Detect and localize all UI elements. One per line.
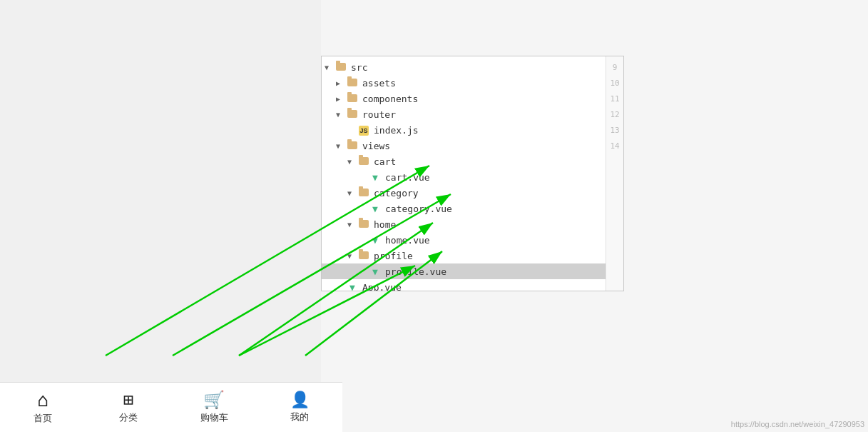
tree-label-assets: assets <box>362 78 396 89</box>
tree-item-cart.vue[interactable]: ▼cart.vue <box>322 169 623 185</box>
line-number-13: 13 <box>610 122 619 138</box>
line-number-10: 10 <box>610 75 619 91</box>
tree-label-profile: profile <box>374 251 413 261</box>
tree-item-home.vue[interactable]: ▼home.vue <box>322 232 623 248</box>
line-number-14: 14 <box>610 138 619 154</box>
tree-label-profile.vue: profile.vue <box>385 266 446 277</box>
file-tree-panel: ▼src▶assets▶components▼routerJSindex.js▼… <box>321 56 624 291</box>
nav-item-cart[interactable]: 🛒 购物车 <box>171 383 257 432</box>
left-panel <box>0 0 321 432</box>
tree-item-components[interactable]: ▶components <box>322 91 623 106</box>
nav-label-profile: 我的 <box>290 411 309 423</box>
tree-item-category.vue[interactable]: ▼category.vue <box>322 201 623 216</box>
tree-arrow-src: ▼ <box>325 64 336 71</box>
vue-icon-profile.vue: ▼ <box>370 266 380 276</box>
vue-icon-home.vue: ▼ <box>370 235 380 245</box>
file-tree: ▼src▶assets▶components▼routerJSindex.js▼… <box>322 56 623 291</box>
tree-arrow-components: ▶ <box>336 95 347 103</box>
folder-icon-router <box>347 110 357 118</box>
tree-label-src: src <box>351 62 367 73</box>
vue-icon-App.vue: ▼ <box>347 282 357 291</box>
watermark: https://blog.csdn.net/weixin_47290953 <box>731 420 864 428</box>
tree-label-components: components <box>362 94 418 104</box>
tree-label-views: views <box>362 141 390 151</box>
right-panel <box>621 0 868 432</box>
nav-item-home[interactable]: ⌂ 首页 <box>0 383 86 432</box>
tree-label-index.js: index.js <box>374 125 419 136</box>
tree-arrow-router: ▼ <box>336 111 347 119</box>
folder-icon-category <box>359 189 369 196</box>
folder-icon-src <box>336 63 346 71</box>
tree-label-home: home <box>374 219 396 230</box>
folder-icon-views <box>347 141 357 149</box>
tree-item-src[interactable]: ▼src <box>322 59 623 75</box>
tree-item-assets[interactable]: ▶assets <box>322 75 623 91</box>
tree-item-App.vue[interactable]: ▼App.vue <box>322 279 623 291</box>
tree-arrow-home: ▼ <box>347 221 359 228</box>
folder-icon-components <box>347 94 357 102</box>
tree-label-category: category <box>374 188 419 199</box>
tree-item-views[interactable]: ▼views <box>322 138 623 154</box>
nav-label-category: 分类 <box>119 411 138 424</box>
tree-arrow-assets: ▶ <box>336 79 347 87</box>
category-icon: ⊞ <box>123 391 133 408</box>
tree-item-profile.vue[interactable]: ▼profile.vue <box>322 263 623 279</box>
bottom-nav: ⌂ 首页 ⊞ 分类 🛒 购物车 👤 我的 <box>0 382 342 432</box>
tree-label-home.vue: home.vue <box>385 235 430 246</box>
cart-icon: 🛒 <box>203 391 225 408</box>
nav-item-category[interactable]: ⊞ 分类 <box>86 383 171 432</box>
line-number-9: 9 <box>613 59 618 75</box>
nav-item-profile[interactable]: 👤 我的 <box>257 383 342 432</box>
nav-label-cart: 购物车 <box>200 411 228 424</box>
line-numbers: 91011121314 <box>606 56 623 291</box>
tree-label-cart.vue: cart.vue <box>385 172 430 183</box>
folder-icon-assets <box>347 79 357 86</box>
tree-item-router[interactable]: ▼router <box>322 106 623 122</box>
tree-label-router: router <box>362 109 396 120</box>
line-number-11: 11 <box>610 91 619 106</box>
tree-label-cart: cart <box>374 156 396 167</box>
nav-label-home: 首页 <box>34 412 52 425</box>
js-icon-index.js: JS <box>359 126 369 136</box>
tree-item-profile[interactable]: ▼profile <box>322 248 623 263</box>
tree-item-index.js[interactable]: JSindex.js <box>322 122 623 138</box>
tree-item-cart[interactable]: ▼cart <box>322 154 623 169</box>
tree-arrow-views: ▼ <box>336 142 347 150</box>
vue-icon-cart.vue: ▼ <box>370 172 380 182</box>
folder-icon-home <box>359 220 369 228</box>
profile-icon: 👤 <box>290 392 310 408</box>
vue-icon-category.vue: ▼ <box>370 204 380 214</box>
tree-arrow-cart: ▼ <box>347 158 359 166</box>
folder-icon-cart <box>359 157 369 165</box>
home-icon: ⌂ <box>37 391 48 409</box>
folder-icon-profile <box>359 251 369 259</box>
tree-arrow-category: ▼ <box>347 189 359 197</box>
line-number-12: 12 <box>610 106 619 122</box>
tree-item-category[interactable]: ▼category <box>322 185 623 201</box>
tree-item-home[interactable]: ▼home <box>322 216 623 232</box>
tree-label-App.vue: App.vue <box>362 282 402 292</box>
tree-label-category.vue: category.vue <box>385 204 452 214</box>
tree-arrow-profile: ▼ <box>347 252 359 260</box>
